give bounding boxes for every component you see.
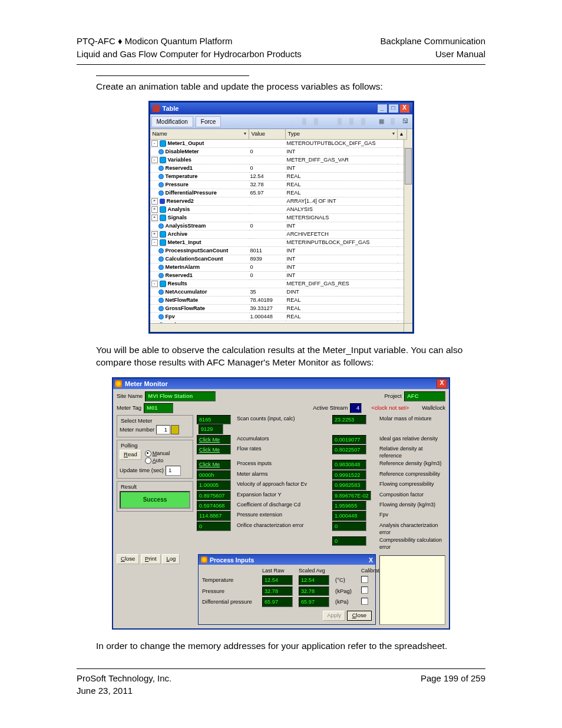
toolbar-icon[interactable]: 🖫 bbox=[402, 117, 411, 126]
row-value[interactable] bbox=[249, 239, 286, 247]
expand-icon[interactable]: + bbox=[151, 231, 158, 238]
collapse-icon[interactable]: - bbox=[151, 239, 158, 246]
horizontal-scrollbar[interactable] bbox=[150, 323, 404, 332]
toolbar-icon[interactable]: ░ bbox=[338, 117, 346, 126]
project-field[interactable]: AFC bbox=[404, 391, 445, 401]
active-stream-field[interactable]: 4 bbox=[350, 403, 362, 413]
calibration-checkbox[interactable] bbox=[361, 576, 368, 583]
manual-radio[interactable] bbox=[145, 450, 151, 457]
table-row[interactable]: +ArchiveARCHIVEFETCH bbox=[150, 230, 412, 239]
maximize-button[interactable]: □ bbox=[388, 104, 399, 113]
row-value[interactable]: 12.54 bbox=[249, 173, 286, 181]
pi-close-button-2[interactable]: Close bbox=[347, 611, 372, 621]
calibration-checkbox[interactable] bbox=[361, 587, 368, 594]
row-value[interactable]: 8939 bbox=[249, 255, 286, 263]
table-row[interactable]: Temperature12.54REAL bbox=[150, 173, 412, 181]
row-value[interactable] bbox=[249, 280, 286, 288]
row-value[interactable] bbox=[249, 214, 286, 222]
pi-lastraw-field[interactable]: 32.78 bbox=[262, 587, 293, 596]
toolbar-icon[interactable]: ░ bbox=[349, 117, 358, 126]
table-row[interactable]: -ResultsMETER_DIFF_GAS_RES bbox=[150, 280, 412, 288]
auto-radio[interactable] bbox=[145, 457, 151, 464]
expand-icon[interactable]: + bbox=[151, 198, 158, 205]
meter-number-spinner[interactable] bbox=[171, 425, 179, 434]
row-value[interactable]: 0 bbox=[249, 222, 286, 230]
table-row[interactable]: Reserved10INT bbox=[150, 272, 412, 280]
click-me-link[interactable]: Click Me bbox=[197, 435, 231, 444]
table-row[interactable]: -Meter1_OuputMETEROUTPUTBLOCK_DIFF_GAS bbox=[150, 140, 412, 148]
note-area[interactable] bbox=[379, 555, 445, 624]
toolbar-icon[interactable]: ░ bbox=[302, 117, 310, 126]
row-value[interactable]: 35 bbox=[249, 288, 286, 297]
row-value[interactable] bbox=[249, 206, 286, 214]
click-me-link[interactable]: Click Me bbox=[197, 445, 231, 454]
table-row[interactable]: DifferentialPressure65.97REAL bbox=[150, 189, 412, 197]
row-value[interactable]: 78.40189 bbox=[249, 297, 286, 305]
table-row[interactable]: +Reserved2ARRAY[1..4] OF INT bbox=[150, 197, 412, 206]
col-type[interactable]: Type▾ bbox=[286, 129, 398, 140]
collapse-icon[interactable]: - bbox=[151, 281, 158, 287]
col-value[interactable]: Value bbox=[249, 129, 286, 140]
expand-icon[interactable]: + bbox=[151, 215, 158, 221]
table-row[interactable]: MeterInAlarm0INT bbox=[150, 263, 412, 272]
collapse-icon[interactable]: - bbox=[151, 140, 158, 147]
pi-titlebar[interactable]: Process Inputs X bbox=[199, 555, 375, 565]
row-value[interactable]: 32.78 bbox=[249, 181, 286, 189]
modification-button[interactable]: Modification bbox=[151, 116, 193, 128]
calibration-checkbox[interactable] bbox=[361, 598, 368, 605]
row-value[interactable]: 39.33127 bbox=[249, 305, 286, 313]
row-value[interactable]: 0 bbox=[249, 148, 286, 156]
table-row[interactable]: AnalysisStream0INT bbox=[150, 222, 412, 230]
table-row[interactable]: GrossFlowRate39.33127REAL bbox=[150, 305, 412, 313]
pi-lastraw-field[interactable]: 65.97 bbox=[262, 597, 293, 607]
row-value[interactable]: 0 bbox=[249, 263, 286, 272]
vertical-scrollbar[interactable] bbox=[404, 140, 412, 324]
collapse-icon[interactable]: - bbox=[151, 157, 158, 163]
mm-close-button[interactable]: X bbox=[437, 379, 447, 388]
meter-number-input[interactable]: 1 bbox=[156, 425, 170, 435]
dropdown-icon[interactable]: ▾ bbox=[392, 131, 395, 137]
table-row[interactable]: DisableMeter0INT bbox=[150, 148, 412, 156]
table-row[interactable]: NetAccumulator35DINT bbox=[150, 288, 412, 297]
pi-lastraw-field[interactable]: 12.54 bbox=[262, 575, 293, 585]
click-me-link[interactable]: Click Me bbox=[197, 460, 231, 469]
log-button[interactable]: Log bbox=[162, 554, 180, 564]
pi-close-button[interactable]: X bbox=[369, 556, 373, 564]
table-row[interactable]: -Meter1_InputMETERINPUTBLOCK_DIFF_GAS bbox=[150, 239, 412, 247]
table-row[interactable]: +SignalsMETERSIGNALS bbox=[150, 214, 412, 222]
toolbar-icon[interactable]: ▦ bbox=[379, 117, 387, 126]
row-value[interactable] bbox=[249, 197, 286, 206]
row-value[interactable]: 0 bbox=[249, 272, 286, 280]
toolbar-icon[interactable]: ░ bbox=[361, 117, 369, 126]
table-row[interactable]: Reserved10INT bbox=[150, 164, 412, 173]
row-value[interactable]: 8011 bbox=[249, 247, 286, 255]
read-button[interactable]: Read bbox=[120, 450, 141, 460]
row-value[interactable] bbox=[249, 156, 286, 164]
minimize-button[interactable]: _ bbox=[377, 104, 388, 113]
print-button[interactable]: Print bbox=[141, 554, 161, 564]
row-value[interactable]: 65.97 bbox=[249, 189, 286, 197]
mm-titlebar[interactable]: Meter Monitor X bbox=[113, 378, 449, 389]
table-row[interactable]: CalculationScanCount8939INT bbox=[150, 255, 412, 263]
toolbar-icon[interactable]: ░ bbox=[314, 117, 322, 126]
force-button[interactable]: Force bbox=[196, 116, 222, 128]
row-value[interactable] bbox=[249, 140, 286, 148]
close-button-mm[interactable]: Close bbox=[117, 554, 139, 564]
row-value[interactable]: 0 bbox=[249, 164, 286, 173]
update-time-input[interactable]: 1 bbox=[166, 466, 181, 476]
table-row[interactable]: ProcessInputScanCount8011INT bbox=[150, 247, 412, 255]
table-row[interactable]: +AnalysisANALYSIS bbox=[150, 206, 412, 214]
meter-tag-field[interactable]: M01 bbox=[144, 403, 173, 413]
dropdown-icon[interactable]: ▾ bbox=[244, 131, 246, 137]
table-row[interactable]: NetFlowRate78.40189REAL bbox=[150, 297, 412, 305]
row-value[interactable]: 1.000448 bbox=[249, 313, 286, 321]
apply-button[interactable]: Apply bbox=[323, 611, 345, 621]
expand-icon[interactable]: + bbox=[151, 206, 158, 213]
site-name-field[interactable]: MVI Flow Station bbox=[145, 391, 216, 401]
table-titlebar[interactable]: Table _ □ X bbox=[150, 103, 412, 114]
table-row[interactable]: -VariablesMETER_DIFF_GAS_VAR bbox=[150, 156, 412, 164]
col-name[interactable]: Name▾ bbox=[150, 129, 249, 140]
table-row[interactable]: Pressure32.78REAL bbox=[150, 181, 412, 189]
close-button[interactable]: X bbox=[399, 104, 410, 113]
table-row[interactable]: Fpv1.000448REAL bbox=[150, 313, 412, 321]
